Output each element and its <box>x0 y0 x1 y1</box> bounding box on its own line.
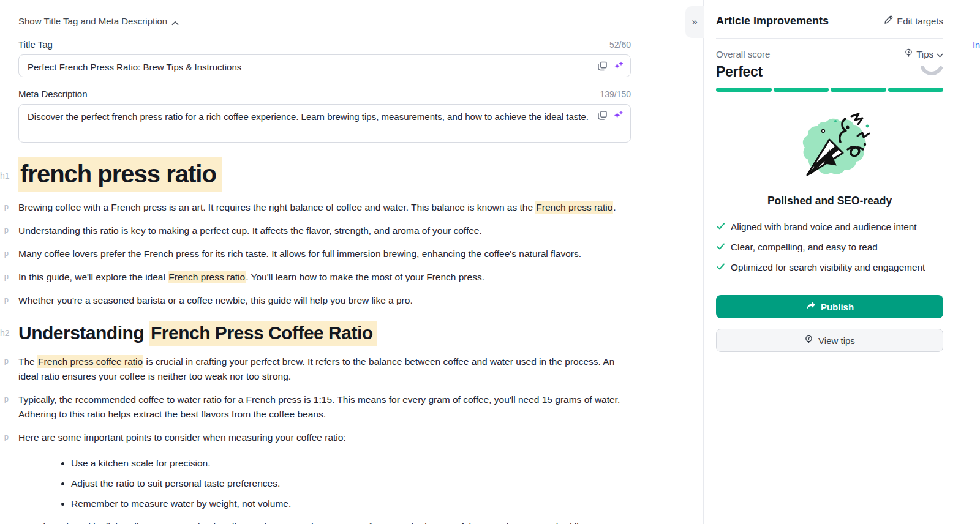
heading-text: Understanding French Press Coffee Ratio <box>18 319 634 347</box>
paragraph-text: Understanding this ratio is key to makin… <box>18 223 634 238</box>
checklist-item: Clear, compelling, and easy to read <box>716 240 943 254</box>
title-tag-label: Title Tag <box>18 39 53 50</box>
list-item[interactable]: Adjust the ratio to suit personal taste … <box>71 476 634 491</box>
tips-bulb-icon <box>904 48 913 60</box>
title-tag-counter: 52/60 <box>609 40 631 50</box>
article-improvements-panel: » In Article Improvements Edit targets O… <box>703 0 980 524</box>
progress-segment <box>716 88 772 92</box>
checklist-item-text: Optimized for search visibility and enga… <box>731 260 925 274</box>
title-tag-value: Perfect French Press Ratio: Brew Tips & … <box>28 62 241 72</box>
meta-description-value: Discover the perfect french press ratio … <box>28 111 589 122</box>
meta-description-input[interactable]: Discover the perfect french press ratio … <box>18 104 631 143</box>
list-item[interactable]: Use a kitchen scale for precision. <box>71 456 634 471</box>
copy-icon[interactable] <box>597 110 608 121</box>
ai-sparkle-icon[interactable] <box>614 111 623 120</box>
block-type-marker: p <box>0 356 9 365</box>
check-icon <box>716 262 725 271</box>
document-body[interactable]: h1french press ratiopBrewing coffee with… <box>18 157 634 524</box>
p-block[interactable]: pThe French press coffee ratio is crucia… <box>18 354 634 384</box>
publish-button[interactable]: Publish <box>716 295 943 318</box>
list-item[interactable]: Remember to measure water by weight, not… <box>71 496 634 511</box>
paragraph-text: Brewing coffee with a French press is an… <box>18 200 634 215</box>
block-type-marker: p <box>0 202 9 211</box>
block-type-marker: h1 <box>0 171 9 181</box>
bullet-list-block[interactable]: Use a kitchen scale for precision.Adjust… <box>18 456 634 511</box>
p-block[interactable]: pUnderstanding this ratio is key to maki… <box>18 223 634 238</box>
block-type-marker: h2 <box>0 328 9 338</box>
meta-description-counter: 139/150 <box>600 89 631 99</box>
paragraph-text: The French press coffee ratio is crucial… <box>18 354 634 384</box>
checklist-item-text: Aligned with brand voice and audience in… <box>731 220 917 234</box>
block-type-marker: p <box>0 249 9 258</box>
block-type-marker: p <box>0 432 9 441</box>
panel-title: Article Improvements <box>716 15 829 28</box>
check-icon <box>716 242 725 251</box>
paragraph-text: Here are some important points to consid… <box>18 430 634 445</box>
block-type-marker: p <box>0 225 9 234</box>
paragraph-text: Whether you're a seasoned barista or a c… <box>18 293 634 308</box>
status-title: Polished and SEO-ready <box>716 195 943 208</box>
spinner-arc <box>920 63 943 80</box>
progress-segment <box>888 88 944 92</box>
title-tag-input[interactable]: Perfect French Press Ratio: Brew Tips & … <box>18 54 631 77</box>
party-popper-illustration <box>775 113 884 187</box>
keyword-highlight: French press ratio <box>168 271 246 283</box>
keyword-highlight: French press ratio <box>535 201 613 214</box>
p-block[interactable]: pTypically, the recommended coffee to wa… <box>18 392 634 422</box>
paragraph-text: Experimenting with slight adjustments ca… <box>18 520 634 524</box>
paragraph-text: Many coffee lovers prefer the French pre… <box>18 247 634 261</box>
chevron-down-icon <box>937 49 943 59</box>
paragraph-text: In this guide, we'll explore the ideal F… <box>18 270 634 285</box>
checklist-item: Optimized for search visibility and enga… <box>716 260 943 274</box>
chevron-up-icon <box>172 17 179 28</box>
p-block[interactable]: pWhether you're a seasoned barista or a … <box>18 293 634 308</box>
checklist-item: Aligned with brand voice and audience in… <box>716 220 943 234</box>
progress-segment <box>774 88 829 92</box>
overall-score-value: Perfect <box>716 64 763 80</box>
publish-arrow-icon <box>805 301 816 312</box>
block-type-marker: p <box>0 295 9 304</box>
status-checklist: Aligned with brand voice and audience in… <box>716 220 943 274</box>
meta-description-label: Meta Description <box>18 89 88 99</box>
copy-icon[interactable] <box>597 61 608 71</box>
keyword-highlight: French Press Coffee Ratio <box>149 321 377 346</box>
tips-dropdown[interactable]: Tips <box>904 48 943 60</box>
edge-link-fragment[interactable]: In <box>973 40 980 50</box>
show-meta-toggle[interactable]: Show Title Tag and Meta Description <box>18 16 631 28</box>
show-meta-toggle-label[interactable]: Show Title Tag and Meta Description <box>18 16 167 28</box>
p-block[interactable]: pMany coffee lovers prefer the French pr… <box>18 247 634 261</box>
ai-sparkle-icon[interactable] <box>614 61 623 70</box>
heading-text: french press ratio <box>18 157 634 190</box>
view-tips-label: View tips <box>818 335 855 346</box>
p-block[interactable]: pBrewing coffee with a French press is a… <box>18 200 634 215</box>
edit-targets-button[interactable]: Edit targets <box>883 15 943 27</box>
keyword-highlight: french press ratio <box>18 157 222 192</box>
editor-pane: Show Title Tag and Meta Description Titl… <box>0 0 703 524</box>
panel-divider <box>716 38 943 39</box>
tips-label: Tips <box>916 49 933 59</box>
h1-block[interactable]: h1french press ratio <box>18 157 634 190</box>
check-icon <box>716 222 725 231</box>
p-block[interactable]: pExperimenting with slight adjustments c… <box>18 520 634 524</box>
edit-pencil-icon <box>883 15 893 27</box>
block-type-marker: p <box>0 272 9 281</box>
checklist-item-text: Clear, compelling, and easy to read <box>731 240 878 254</box>
h2-block[interactable]: h2Understanding French Press Coffee Rati… <box>18 319 634 347</box>
tips-bulb-icon <box>804 335 813 346</box>
double-chevron-right-icon: » <box>692 16 697 28</box>
p-block[interactable]: pIn this guide, we'll explore the ideal … <box>18 270 634 285</box>
paragraph-text: Typically, the recommended coffee to wat… <box>18 392 634 422</box>
block-type-marker: p <box>0 522 9 524</box>
block-type-marker: p <box>0 394 9 403</box>
progress-segment <box>831 88 886 92</box>
score-progress-bar <box>716 88 943 92</box>
edit-targets-label: Edit targets <box>897 16 943 26</box>
p-block[interactable]: pHere are some important points to consi… <box>18 430 634 445</box>
publish-button-label: Publish <box>821 302 854 312</box>
overall-score-label: Overall score <box>716 49 770 59</box>
view-tips-button[interactable]: View tips <box>716 329 943 352</box>
keyword-highlight: French press coffee ratio <box>37 355 143 368</box>
collapse-panel-button[interactable]: » <box>685 6 704 38</box>
